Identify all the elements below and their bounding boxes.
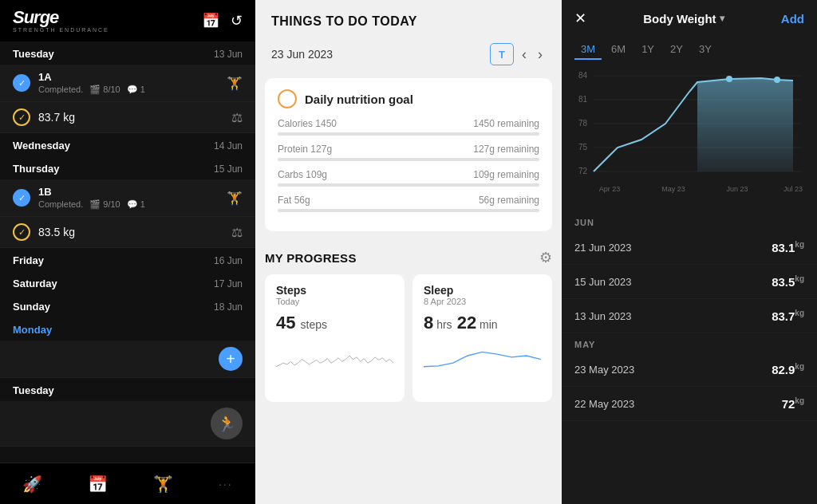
workout-status: Completed. [38, 85, 83, 95]
middle-panel: THINGS TO DO TODAY 23 Jun 2023 T ‹ › Dai… [255, 0, 562, 504]
nav-more[interactable]: ··· [212, 471, 239, 497]
protein-bar [278, 158, 539, 161]
svg-point-10 [726, 76, 732, 82]
next-arrow[interactable]: › [535, 45, 546, 65]
steps-title: Steps [276, 284, 393, 297]
day-name: Tuesday [13, 384, 54, 396]
entry-weight: 83.1kg [772, 240, 804, 254]
nav-workouts[interactable]: 🏋 [147, 468, 180, 500]
bottom-nav: 🚀 📅 🏋 ··· [0, 463, 255, 504]
scale-icon: ⚖ [231, 225, 243, 240]
day-date: 17 Jun [214, 278, 243, 289]
tab-2y[interactable]: 2Y [664, 40, 689, 60]
weight-left: ✓ 83.7 kg [13, 108, 75, 126]
workout-left: ✓ 1A Completed. 🎬 8/10 💬 1 [13, 71, 145, 95]
weight-left: ✓ 83.5 kg [13, 223, 75, 241]
tab-6m[interactable]: 6M [605, 40, 632, 60]
close-button[interactable]: ✕ [574, 10, 586, 27]
calories-label: Calories 1450 [278, 118, 337, 129]
add-workout-row[interactable]: + [0, 341, 255, 378]
day-header-sunday: Sunday 18 Jun [0, 294, 255, 317]
nutrition-fat: Fat 56g 56g remaining [278, 195, 539, 212]
day-date: 18 Jun [214, 301, 243, 313]
workout-meta: Completed. 🎬 9/10 💬 1 [38, 199, 145, 210]
goal-label: Daily nutrition goal [305, 93, 413, 106]
nutrition-goal-row: Daily nutrition goal [278, 89, 539, 108]
tab-3m[interactable]: 3M [574, 40, 602, 60]
gear-icon[interactable]: ⚙ [539, 249, 552, 266]
calendar-icon[interactable]: 📅 [202, 12, 219, 30]
nav-calendar[interactable]: 📅 [81, 468, 114, 500]
chevron-down-icon: ▾ [720, 13, 724, 24]
calories-bar [278, 132, 539, 136]
entry-date: 15 Jun 2023 [574, 276, 632, 288]
nutrition-calories: Calories 1450 1450 remaining [278, 118, 539, 136]
weight-entry-23may[interactable]: 23 May 2023 82.9kg [562, 352, 817, 387]
add-button[interactable]: Add [781, 12, 804, 26]
header-icons: 📅 ↺ [202, 12, 243, 30]
steps-card[interactable]: Steps Today 45 steps [265, 274, 405, 402]
weight-entry-21jun[interactable]: 21 Jun 2023 83.1kg [562, 230, 817, 265]
weight-row-thursday[interactable]: ✓ 83.5 kg ⚖ [0, 217, 255, 248]
date-nav: 23 Jun 2023 T ‹ › [255, 37, 562, 72]
workout-meta: Completed. 🎬 8/10 💬 1 [38, 85, 145, 95]
today-button[interactable]: T [490, 43, 514, 65]
day-name: Thursday [13, 163, 60, 175]
workout-comments: 💬 1 [127, 85, 145, 95]
day-header-thursday: Thursday 15 Jun [0, 156, 255, 179]
workout-name: 1B [38, 186, 145, 198]
refresh-icon[interactable]: ↺ [231, 12, 243, 30]
prev-arrow[interactable]: ‹ [519, 45, 530, 65]
kettlebell-icon: 🏋 [227, 76, 243, 91]
steps-subtitle: Today [276, 297, 393, 306]
svg-text:84: 84 [578, 71, 588, 80]
entry-weight: 82.9kg [772, 362, 804, 376]
sleep-card[interactable]: Sleep 8 Apr 2023 8 hrs 22 min [412, 274, 552, 402]
day-name: Sunday [13, 301, 50, 313]
entry-weight: 83.5kg [772, 274, 804, 289]
day-date: 16 Jun [214, 255, 243, 266]
date-text: 23 Jun 2023 [271, 48, 333, 61]
workout-info: 1B Completed. 🎬 9/10 💬 1 [38, 186, 145, 210]
day-name: Wednesday [13, 140, 70, 152]
chart-area: 84 81 78 75 72 Apr 23 May 23 Jun 23 [562, 68, 817, 211]
sleep-title: Sleep [424, 284, 541, 297]
svg-text:Jun 23: Jun 23 [726, 185, 748, 193]
workout-name: 1A [38, 71, 145, 83]
goal-circle-icon [278, 89, 297, 108]
day-name: Friday [13, 254, 44, 266]
weight-value: 83.5 kg [38, 226, 75, 238]
tab-1y[interactable]: 1Y [635, 40, 661, 60]
tuesday-thumb-row[interactable]: 🏃 [0, 401, 255, 447]
day-name: Monday [13, 324, 52, 336]
right-header: ✕ Body Weight ▾ Add [562, 0, 817, 37]
fat-label: Fat 56g [278, 195, 310, 206]
carbs-bar [278, 183, 539, 187]
weight-entry-13jun[interactable]: 13 Jun 2023 83.7kg [562, 299, 817, 333]
logo-container: Surge STRENGTH ENDURANCE [13, 9, 109, 33]
day-header-tuesday: Tuesday 13 Jun [0, 41, 255, 65]
weight-entry-22may[interactable]: 22 May 2023 72kg [562, 387, 817, 421]
weight-value: 83.7 kg [38, 111, 75, 124]
protein-label: Protein 127g [278, 144, 332, 155]
weight-entry-15jun[interactable]: 15 Jun 2023 83.5kg [562, 265, 817, 299]
carbs-label: Carbs 109g [278, 169, 327, 180]
nav-explore[interactable]: 🚀 [16, 468, 49, 500]
weight-row-tuesday[interactable]: ✓ 83.7 kg ⚖ [0, 102, 255, 133]
day-name: Saturday [13, 278, 57, 289]
nutrition-carbs: Carbs 109g 109g remaining [278, 169, 539, 187]
progress-header: MY PROGRESS ⚙ [265, 249, 552, 266]
add-workout-button[interactable]: + [219, 347, 243, 371]
workout-row-1a[interactable]: ✓ 1A Completed. 🎬 8/10 💬 1 🏋 [0, 65, 255, 102]
fat-bar [278, 209, 539, 212]
entries-scroll: JUN 21 Jun 2023 83.1kg 15 Jun 2023 83.5k… [562, 211, 817, 504]
progress-title: MY PROGRESS [265, 251, 357, 265]
month-jun: JUN [562, 211, 817, 230]
tab-3y[interactable]: 3Y [693, 40, 718, 60]
left-panel: Surge STRENGTH ENDURANCE 📅 ↺ Tuesday 13 … [0, 0, 255, 504]
entry-weight: 83.7kg [772, 309, 804, 323]
day-header-saturday: Saturday 17 Jun [0, 271, 255, 294]
workout-row-1b[interactable]: ✓ 1B Completed. 🎬 9/10 💬 1 🏋 [0, 179, 255, 217]
panel-title: Body Weight [643, 12, 716, 26]
title-dropdown[interactable]: Body Weight ▾ [643, 12, 724, 26]
